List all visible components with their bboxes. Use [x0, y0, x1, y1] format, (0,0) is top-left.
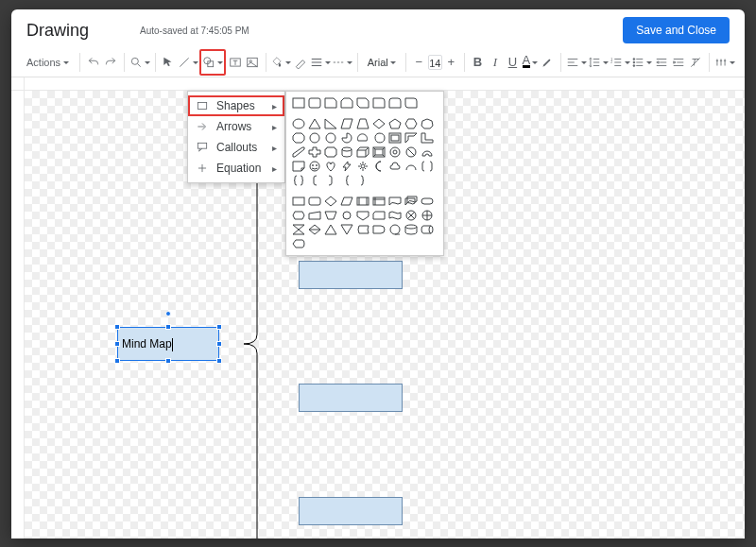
- shape-flow-decision[interactable]: [324, 196, 337, 207]
- shape-tool[interactable]: [202, 52, 223, 73]
- shape-flow-preparation[interactable]: [292, 210, 305, 221]
- shape-flow-internal-storage[interactable]: [372, 196, 386, 207]
- rotate-handle[interactable]: [165, 311, 171, 316]
- underline-button[interactable]: U: [505, 52, 521, 73]
- numbered-list-button[interactable]: 12: [610, 52, 630, 73]
- shape-flow-manual-input[interactable]: [308, 210, 321, 221]
- shape-flow-summing[interactable]: [404, 210, 418, 221]
- shape-hexagon[interactable]: [404, 118, 418, 129]
- shape-flow-direct-access[interactable]: [421, 224, 434, 235]
- shape-flow-seq-storage[interactable]: [388, 224, 402, 235]
- shape-block-arc[interactable]: [421, 146, 434, 158]
- line-spacing-button[interactable]: [588, 52, 609, 73]
- shape-flow-manual-op[interactable]: [324, 210, 337, 221]
- vertical-ruler[interactable]: [11, 77, 25, 538]
- shape-right-bracket[interactable]: [324, 175, 337, 186]
- shape-flow-collate[interactable]: [292, 224, 305, 235]
- shape-half-frame[interactable]: [404, 132, 418, 144]
- shape-flow-alt-process[interactable]: [308, 196, 321, 207]
- shape-node[interactable]: [299, 497, 403, 525]
- save-and-close-button[interactable]: Save and Close: [623, 17, 730, 43]
- menu-item-equation[interactable]: Equation ▸: [188, 158, 284, 179]
- shape-arc[interactable]: [404, 161, 418, 172]
- shape-dodecagon[interactable]: [324, 132, 337, 144]
- shape-can[interactable]: [340, 146, 353, 158]
- resize-handle-nw[interactable]: [114, 324, 120, 330]
- shape-flow-connector[interactable]: [340, 210, 353, 221]
- fill-color-button[interactable]: [270, 52, 291, 73]
- shape-snip-rect[interactable]: [324, 97, 337, 109]
- image-tool[interactable]: [244, 52, 260, 73]
- shape-lightning[interactable]: [340, 161, 353, 172]
- shape-cube[interactable]: [356, 146, 369, 158]
- shape-left-brace[interactable]: [340, 175, 353, 186]
- shape-right-brace[interactable]: [356, 175, 369, 186]
- shape-moon[interactable]: [372, 161, 386, 172]
- resize-handle-sw[interactable]: [114, 358, 120, 364]
- shape-brace-pair[interactable]: [292, 175, 305, 186]
- shape-triangle[interactable]: [308, 118, 321, 129]
- shape-flow-stored-data[interactable]: [356, 224, 369, 235]
- shape-snip-diag-rect[interactable]: [356, 97, 369, 109]
- shape-pentagon[interactable]: [388, 118, 402, 129]
- shape-flow-magnetic-disk[interactable]: [404, 224, 418, 235]
- shape-no-symbol[interactable]: [404, 146, 418, 158]
- shape-node[interactable]: [299, 384, 403, 412]
- shape-rounded-rect[interactable]: [308, 97, 321, 109]
- border-weight-button[interactable]: [310, 52, 331, 73]
- resize-handle-e[interactable]: [216, 341, 222, 347]
- shape-flow-delay[interactable]: [372, 224, 386, 235]
- shape-diamond[interactable]: [372, 118, 386, 129]
- shape-sun[interactable]: [356, 161, 369, 172]
- shape-flow-card[interactable]: [372, 210, 386, 221]
- shape-frame[interactable]: [388, 132, 402, 144]
- shape-l-shape[interactable]: [421, 132, 434, 144]
- indent-decrease-button[interactable]: [653, 52, 669, 73]
- select-tool[interactable]: [160, 52, 176, 73]
- shape-flow-extract[interactable]: [324, 224, 337, 235]
- shape-teardrop[interactable]: [372, 132, 386, 144]
- horizontal-ruler[interactable]: [11, 77, 745, 91]
- resize-handle-ne[interactable]: [216, 324, 222, 330]
- resize-handle-s[interactable]: [165, 358, 171, 364]
- italic-button[interactable]: I: [487, 52, 503, 73]
- menu-item-shapes[interactable]: Shapes ▸: [188, 95, 284, 116]
- resize-handle-se[interactable]: [216, 358, 222, 364]
- resize-handle-n[interactable]: [165, 324, 171, 330]
- shape-flow-tape[interactable]: [388, 210, 402, 221]
- actions-menu-button[interactable]: Actions: [21, 52, 75, 73]
- indent-increase-button[interactable]: [670, 52, 686, 73]
- font-size-input[interactable]: 14: [428, 55, 442, 70]
- shape-flow-merge[interactable]: [340, 224, 353, 235]
- shape-flow-display[interactable]: [292, 238, 305, 249]
- shape-donut[interactable]: [388, 146, 402, 158]
- shape-node[interactable]: [299, 261, 403, 289]
- shape-decagon[interactable]: [308, 132, 321, 144]
- font-size-increase[interactable]: +: [443, 52, 459, 73]
- shape-flow-data[interactable]: [340, 196, 353, 207]
- shape-oval[interactable]: [292, 118, 305, 129]
- shape-flow-predefined[interactable]: [356, 196, 369, 207]
- shape-plaque[interactable]: [324, 146, 337, 158]
- shape-rectangle[interactable]: [292, 97, 305, 109]
- shape-folded-corner[interactable]: [292, 161, 305, 172]
- menu-item-callouts[interactable]: Callouts ▸: [188, 137, 284, 158]
- shape-flow-sort[interactable]: [308, 224, 321, 235]
- text-color-button[interactable]: A: [522, 52, 538, 73]
- shape-heptagon[interactable]: [421, 118, 434, 129]
- shape-snip2-rect[interactable]: [340, 97, 353, 109]
- shape-round2-rect[interactable]: [388, 97, 402, 109]
- font-family-select[interactable]: Arial: [363, 52, 401, 73]
- shape-bracket-pair[interactable]: [421, 161, 434, 172]
- redo-button[interactable]: [102, 52, 118, 73]
- shape-round1-rect[interactable]: [372, 97, 386, 109]
- shape-diag-stripe[interactable]: [292, 146, 305, 158]
- menu-item-arrows[interactable]: Arrows ▸: [188, 116, 284, 137]
- shape-cloud[interactable]: [388, 161, 402, 172]
- highlight-color-button[interactable]: [540, 52, 556, 73]
- shape-text[interactable]: Mind Map: [122, 337, 173, 351]
- border-color-button[interactable]: [292, 52, 308, 73]
- shape-flow-process[interactable]: [292, 196, 305, 207]
- shape-flow-or[interactable]: [421, 210, 434, 221]
- shape-flow-multidoc[interactable]: [404, 196, 418, 207]
